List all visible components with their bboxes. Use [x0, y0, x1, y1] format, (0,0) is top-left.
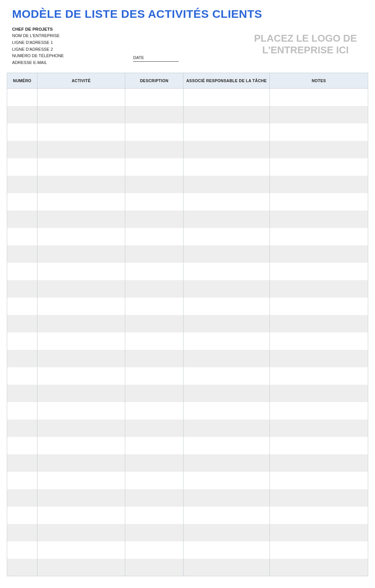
cell-number[interactable] — [7, 106, 37, 123]
cell-description[interactable] — [125, 332, 184, 350]
cell-number[interactable] — [7, 228, 37, 245]
cell-description[interactable] — [125, 350, 184, 367]
cell-associate[interactable] — [184, 367, 270, 385]
cell-number[interactable] — [7, 158, 37, 176]
cell-description[interactable] — [125, 489, 184, 507]
cell-activity[interactable] — [37, 123, 125, 141]
cell-description[interactable] — [125, 280, 184, 298]
cell-associate[interactable] — [184, 402, 270, 420]
cell-associate[interactable] — [184, 559, 270, 576]
cell-activity[interactable] — [37, 193, 125, 211]
cell-number[interactable] — [7, 437, 37, 454]
cell-notes[interactable] — [270, 559, 368, 576]
cell-associate[interactable] — [184, 454, 270, 472]
cell-number[interactable] — [7, 559, 37, 576]
cell-notes[interactable] — [270, 507, 368, 524]
cell-activity[interactable] — [37, 402, 125, 420]
cell-associate[interactable] — [184, 211, 270, 228]
cell-notes[interactable] — [270, 228, 368, 245]
cell-notes[interactable] — [270, 298, 368, 315]
cell-number[interactable] — [7, 472, 37, 489]
cell-activity[interactable] — [37, 89, 125, 106]
cell-notes[interactable] — [270, 263, 368, 280]
cell-associate[interactable] — [184, 89, 270, 106]
cell-activity[interactable] — [37, 263, 125, 280]
cell-activity[interactable] — [37, 507, 125, 524]
cell-activity[interactable] — [37, 315, 125, 332]
cell-associate[interactable] — [184, 228, 270, 245]
cell-notes[interactable] — [270, 367, 368, 385]
cell-description[interactable] — [125, 298, 184, 315]
cell-number[interactable] — [7, 454, 37, 472]
cell-description[interactable] — [125, 507, 184, 524]
cell-activity[interactable] — [37, 454, 125, 472]
cell-number[interactable] — [7, 141, 37, 158]
cell-associate[interactable] — [184, 106, 270, 123]
cell-notes[interactable] — [270, 211, 368, 228]
cell-activity[interactable] — [37, 245, 125, 263]
cell-activity[interactable] — [37, 228, 125, 245]
cell-description[interactable] — [125, 228, 184, 245]
cell-description[interactable] — [125, 141, 184, 158]
cell-associate[interactable] — [184, 176, 270, 193]
cell-number[interactable] — [7, 524, 37, 541]
cell-activity[interactable] — [37, 350, 125, 367]
cell-description[interactable] — [125, 89, 184, 106]
cell-number[interactable] — [7, 176, 37, 193]
cell-number[interactable] — [7, 193, 37, 211]
cell-activity[interactable] — [37, 106, 125, 123]
cell-description[interactable] — [125, 385, 184, 402]
cell-notes[interactable] — [270, 176, 368, 193]
cell-activity[interactable] — [37, 367, 125, 385]
cell-description[interactable] — [125, 472, 184, 489]
cell-associate[interactable] — [184, 541, 270, 559]
cell-associate[interactable] — [184, 315, 270, 332]
cell-notes[interactable] — [270, 123, 368, 141]
cell-number[interactable] — [7, 402, 37, 420]
cell-notes[interactable] — [270, 402, 368, 420]
cell-notes[interactable] — [270, 420, 368, 437]
cell-associate[interactable] — [184, 385, 270, 402]
cell-associate[interactable] — [184, 158, 270, 176]
cell-notes[interactable] — [270, 141, 368, 158]
cell-notes[interactable] — [270, 332, 368, 350]
cell-associate[interactable] — [184, 193, 270, 211]
cell-notes[interactable] — [270, 454, 368, 472]
cell-description[interactable] — [125, 559, 184, 576]
cell-activity[interactable] — [37, 158, 125, 176]
cell-description[interactable] — [125, 420, 184, 437]
cell-associate[interactable] — [184, 489, 270, 507]
cell-activity[interactable] — [37, 524, 125, 541]
cell-number[interactable] — [7, 245, 37, 263]
cell-notes[interactable] — [270, 541, 368, 559]
cell-activity[interactable] — [37, 489, 125, 507]
date-field[interactable] — [133, 61, 179, 62]
cell-associate[interactable] — [184, 245, 270, 263]
cell-description[interactable] — [125, 106, 184, 123]
cell-number[interactable] — [7, 507, 37, 524]
cell-notes[interactable] — [270, 472, 368, 489]
cell-notes[interactable] — [270, 350, 368, 367]
cell-activity[interactable] — [37, 280, 125, 298]
cell-associate[interactable] — [184, 420, 270, 437]
cell-notes[interactable] — [270, 245, 368, 263]
cell-associate[interactable] — [184, 298, 270, 315]
cell-number[interactable] — [7, 489, 37, 507]
cell-associate[interactable] — [184, 123, 270, 141]
cell-associate[interactable] — [184, 280, 270, 298]
cell-notes[interactable] — [270, 524, 368, 541]
cell-description[interactable] — [125, 367, 184, 385]
cell-number[interactable] — [7, 280, 37, 298]
cell-description[interactable] — [125, 123, 184, 141]
cell-activity[interactable] — [37, 437, 125, 454]
cell-notes[interactable] — [270, 193, 368, 211]
cell-description[interactable] — [125, 402, 184, 420]
cell-associate[interactable] — [184, 332, 270, 350]
cell-notes[interactable] — [270, 315, 368, 332]
cell-description[interactable] — [125, 437, 184, 454]
cell-associate[interactable] — [184, 507, 270, 524]
cell-number[interactable] — [7, 315, 37, 332]
cell-description[interactable] — [125, 524, 184, 541]
cell-description[interactable] — [125, 541, 184, 559]
cell-number[interactable] — [7, 211, 37, 228]
